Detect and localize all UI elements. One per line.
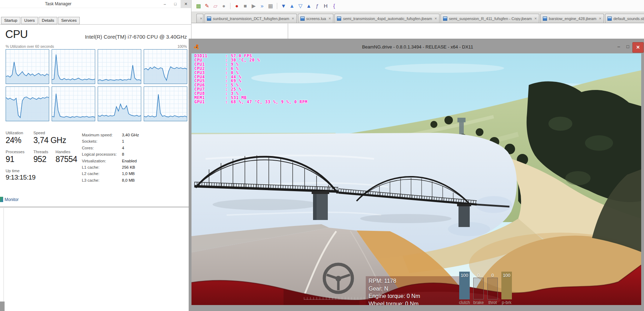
document-margin-line <box>4 208 4 311</box>
open-resource-monitor-link[interactable]: Monitor <box>0 197 19 202</box>
debug-line-gpu1: GPU1:68 %, 47 °C, 33 %, 9 %, 0 RPM <box>194 100 307 104</box>
file-save-icon <box>337 17 341 21</box>
utilization-axis-label: % Utilization over 60 seconds <box>6 44 54 48</box>
cpu-core-graph-1[interactable] <box>6 49 49 84</box>
debug-line-cpu5: CPU5:69 % <box>194 79 307 83</box>
minimize-button[interactable]: – <box>614 42 623 52</box>
macro-stop-icon[interactable]: ■ <box>241 3 249 9</box>
scrollbar-corner <box>0 302 5 311</box>
debug-line-cpu8: CPU8:3 % <box>194 92 307 96</box>
macro-run-multiple-icon[interactable]: » <box>258 3 266 9</box>
function-list-icon[interactable]: ƒ <box>313 3 321 9</box>
cpu-model: Intel(R) Core(TM) i7-6700 CPU @ 3.40GHz <box>85 34 187 40</box>
close-button[interactable]: ✕ <box>632 42 644 53</box>
tab-services[interactable]: Services <box>58 17 80 24</box>
hud-line: RPM: 1178 <box>369 277 457 285</box>
bar-label: clutch <box>457 300 472 305</box>
close-tab-icon[interactable]: ✕ <box>200 17 203 20</box>
tab-label: semi_suspension_R_411_fufsgfen - Copy.jb… <box>449 17 532 21</box>
tab-label: sunburst_transmission_DCT_fufsgfen.jbeam <box>213 17 289 21</box>
record-icon[interactable]: ● <box>220 3 228 9</box>
bar-label: p-brk <box>499 300 514 305</box>
debug-line-cpu7: CPU7:25 % <box>194 88 307 92</box>
folder-icon[interactable]: ▱ <box>211 3 220 9</box>
task-manager-titlebar[interactable]: Task Manager – □ ✕ <box>0 0 191 8</box>
tab-label: semi_transmission_4spd_automatic_fufsgfe… <box>343 17 432 21</box>
pedal-bar-p-brk: 100p-brk <box>501 268 512 305</box>
game-viewport[interactable]: D3D11:57.0 FPSCPU:30 °C, 20 %CPU1:9 %CPU… <box>191 53 641 305</box>
cpu-core-graph-7[interactable] <box>98 86 141 121</box>
unfold-level-icon[interactable]: ▲ <box>288 3 296 9</box>
performance-debug-overlay: D3D11:57.0 FPSCPU:30 °C, 20 %CPU1:9 %CPU… <box>194 54 307 104</box>
debug-line-cpu3: CPU3:0 % <box>194 71 307 75</box>
file-save-icon <box>300 17 305 21</box>
close-tab-icon[interactable]: ✕ <box>292 17 294 20</box>
macro-play-icon[interactable]: ▶ <box>249 3 258 9</box>
editor-tab-bar: ✕sunburst_transmission_DCT_fufsgfen.jbea… <box>189 12 644 23</box>
debug-line-cpu: CPU:30 °C, 20 % <box>194 58 307 63</box>
fold-level-icon[interactable]: ▽ <box>296 3 305 9</box>
macro-save-icon[interactable]: ▦ <box>266 3 275 9</box>
hex-editor-icon[interactable]: H <box>321 3 330 9</box>
bar-value: 0 <box>487 273 498 278</box>
bar-value: 100 <box>501 273 512 278</box>
stat-threads: Threads 952 <box>33 150 48 164</box>
view-all-chars-icon[interactable]: ▩ <box>194 3 203 9</box>
print-doc-icon[interactable]: ✎ <box>203 3 211 9</box>
macro-record-icon[interactable]: ● <box>233 3 241 9</box>
editor-tab-sunburst-transmission-dct-fufsgfen-jbeam[interactable]: sunburst_transmission_DCT_fufsgfen.jbeam… <box>204 14 297 23</box>
bar-label: brake <box>471 300 486 305</box>
cpu-core-graph-8[interactable] <box>144 86 187 121</box>
debug-line-cpu1: CPU1:9 % <box>194 63 307 67</box>
close-tab-icon[interactable]: ✕ <box>534 17 537 20</box>
pedal-bar-brake: 0brake <box>473 268 484 305</box>
cpu-heading: CPU <box>5 28 28 41</box>
stat-speed: Speed 3,74 GHz <box>33 131 66 145</box>
tab-users[interactable]: Users <box>21 17 38 24</box>
cpu-core-graph-6[interactable] <box>52 86 95 121</box>
pedal-bars: 100clutch0brake0throt100p-brk <box>459 268 515 305</box>
tab-divider <box>0 24 191 25</box>
close-tab-icon[interactable]: ✕ <box>328 17 331 20</box>
cpu-core-graph-5[interactable] <box>6 86 49 121</box>
maximize-button[interactable]: □ <box>170 0 181 8</box>
cpu-core-graph-4[interactable] <box>144 49 187 84</box>
cpu-core-graph-3[interactable] <box>98 49 141 84</box>
vehicle-hud: RPM: 1178Gear: NEngine torque: 0 NmWheel… <box>366 276 460 305</box>
tab-startup[interactable]: Startup <box>1 17 20 24</box>
cpu-core-graphs[interactable] <box>6 49 189 121</box>
beamng-window: BeamNG.drive - 0.8.0.1.3494 - RELEASE - … <box>189 39 644 311</box>
file-save-icon <box>607 17 612 21</box>
minimize-button[interactable]: – <box>160 0 170 8</box>
unfold-all-icon[interactable]: ▲ <box>305 3 313 9</box>
window-title: Task Manager <box>45 1 71 6</box>
tab-label: barstow_engine_428.jbeam <box>549 17 596 21</box>
debug-line-cpu4: CPU4:44 % <box>194 75 307 79</box>
debug-line-cpu6: CPU6:5 % <box>194 83 307 88</box>
close-button[interactable]: ✕ <box>181 0 191 8</box>
editor-tab-semi-suspension-r-411-fufsgfen-copy-jbeam[interactable]: semi_suspension_R_411_fufsgfen - Copy.jb… <box>441 14 539 23</box>
editor-tab-partial[interactable]: ✕ <box>196 14 203 23</box>
editor-tab-screens-lua[interactable]: screens.lua✕ <box>298 14 334 23</box>
brace-match-icon[interactable]: { <box>330 3 338 9</box>
window-title: BeamNG.drive - 0.8.0.1.3494 - RELEASE - … <box>191 44 644 50</box>
bar-label: throt <box>485 300 500 305</box>
bar-body <box>473 278 484 299</box>
stat-processes: Processes 91 <box>6 150 25 164</box>
hud-line: Gear: N <box>369 285 457 293</box>
fold-all-icon[interactable]: ▼ <box>279 3 288 9</box>
editor-tab-barstow-engine-428-jbeam[interactable]: barstow_engine_428.jbeam✕ <box>540 14 604 23</box>
editor-tab-default-sounds-sbeam[interactable]: default_sounds.sbeam✕ <box>605 14 644 23</box>
close-tab-icon[interactable]: ✕ <box>435 17 437 20</box>
cpu-core-graph-2[interactable] <box>52 49 95 84</box>
cpu-details-table: Maximum speed:3,40 GHz Sockets:1 Cores:4… <box>82 133 139 184</box>
tab-label: default_sounds.sbeam <box>613 17 644 21</box>
beamng-titlebar[interactable]: BeamNG.drive - 0.8.0.1.3494 - RELEASE - … <box>191 41 644 53</box>
maximize-button[interactable]: □ <box>623 42 632 52</box>
resource-monitor-icon <box>0 197 3 202</box>
close-tab-icon[interactable]: ✕ <box>599 17 601 20</box>
editor-tab-semi-transmission-4spd-automatic-fufsgfen-jbeam[interactable]: semi_transmission_4spd_automatic_fufsgfe… <box>334 14 440 23</box>
bar-body <box>487 278 498 299</box>
tab-details[interactable]: Details <box>39 17 57 24</box>
editor-toolbar: ▩✎▱●●■▶»▦▼▲▽▲ƒH{ <box>189 0 644 12</box>
